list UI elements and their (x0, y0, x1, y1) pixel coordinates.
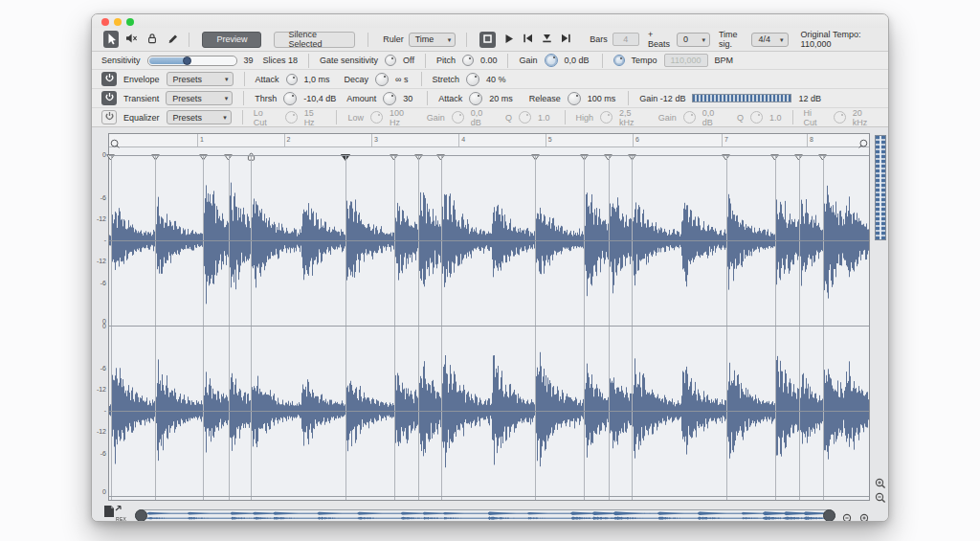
stop-button[interactable] (479, 32, 496, 48)
chevron-down-icon: ▾ (225, 95, 229, 101)
vertical-scrollbar-thumb[interactable] (875, 135, 886, 240)
envelope-row: Envelope Presets ▾ Attack 1,0 ms Decay ∞… (92, 70, 888, 89)
row-separator (427, 91, 428, 105)
mute-tool-button[interactable] (123, 31, 139, 48)
ruler-select[interactable]: Time ▾ (409, 33, 457, 47)
slice-line (726, 155, 727, 500)
amount-knob[interactable] (383, 92, 396, 105)
transient-attack-knob[interactable] (469, 92, 482, 105)
envelope-presets-select[interactable]: Presets ▾ (167, 72, 234, 86)
equalizer-presets-select[interactable]: Presets ▾ (167, 110, 232, 124)
db-scale-label: -6 (93, 194, 106, 201)
row-separator (336, 110, 337, 124)
zoom-out-button[interactable] (842, 511, 854, 522)
gain-label: Gain (519, 56, 537, 65)
marker-drop-icon (542, 34, 552, 45)
play-button[interactable] (504, 34, 514, 46)
sensitivity-slider[interactable] (147, 56, 237, 66)
low-label: Low (347, 113, 364, 123)
chevron-down-icon: ▾ (225, 76, 229, 82)
toolbar-separator (466, 33, 467, 47)
titlebar[interactable] (92, 14, 888, 28)
row-separator (565, 110, 566, 124)
transient-power-button[interactable] (101, 91, 117, 105)
goto-loop-button[interactable] (542, 34, 552, 45)
tempo-knob[interactable] (613, 55, 625, 66)
thrsh-knob[interactable] (283, 92, 297, 105)
gate-sensitivity-knob[interactable] (385, 55, 396, 66)
slice-line (229, 155, 230, 500)
thrsh-label: Thrsh (255, 94, 277, 103)
slice-marker-strip[interactable] (109, 147, 869, 155)
silence-selected-button[interactable]: Silence Selected (274, 32, 355, 48)
tempo-input[interactable]: 110,000 (664, 54, 708, 67)
waveform-display[interactable] (109, 155, 869, 502)
row-separator (242, 110, 243, 124)
envelope-decay-knob[interactable] (375, 73, 389, 86)
skip-to-start-icon (523, 34, 533, 45)
envelope-power-button[interactable] (101, 72, 117, 86)
transient-presets-select[interactable]: Presets ▾ (166, 91, 233, 105)
release-knob[interactable] (568, 92, 581, 105)
hicut-label: Hi Cut (804, 108, 827, 127)
ruler-label: Ruler (383, 34, 404, 44)
db-scale-label: -12 (93, 386, 106, 393)
lock-tool-button[interactable] (145, 31, 160, 48)
pitch-knob[interactable] (462, 55, 474, 66)
db-scale-label: 0 (93, 151, 106, 158)
high-knob[interactable] (600, 111, 612, 124)
low-gain-knob[interactable] (452, 111, 464, 124)
envelope-attack-knob[interactable] (286, 74, 298, 85)
goto-end-button[interactable] (561, 34, 571, 45)
bars-input[interactable]: 4 (612, 33, 639, 46)
ruler-tick (633, 134, 634, 147)
timesig-select[interactable]: 4/4 ▾ (751, 33, 788, 47)
cursor-icon (105, 33, 118, 47)
bottom-bar: REX (92, 503, 889, 522)
slice-line (775, 155, 776, 500)
pencil-tool-button[interactable] (165, 31, 180, 48)
sensitivity-row: Sensitivity 39 Slices 18 Gate sensitivit… (92, 52, 888, 70)
low-knob[interactable] (370, 111, 383, 124)
arrow-tool-button[interactable] (103, 31, 119, 48)
ruler-tick (722, 134, 723, 147)
scrollbar-right-handle[interactable] (823, 509, 835, 522)
sensitivity-slider-thumb[interactable] (183, 56, 191, 65)
rex-file-icon[interactable]: REX (103, 505, 132, 522)
hicut-knob[interactable] (834, 111, 846, 124)
db-scale-label: -6 (93, 450, 106, 457)
equalizer-power-button[interactable] (101, 110, 117, 124)
horizontal-scrollbar[interactable] (135, 509, 835, 522)
goto-start-button[interactable] (523, 34, 533, 45)
zoom-window-icon[interactable] (126, 18, 134, 26)
close-window-icon[interactable] (101, 18, 109, 26)
waveform-editor: 0-6-12--12-600-6-12--12-60 12345678 (92, 127, 888, 522)
beats-select[interactable]: 0 ▾ (677, 33, 710, 47)
low-q-knob[interactable] (519, 111, 531, 124)
toolbar: Preview Silence Selected Ruler Time ▾ Ba… (92, 28, 888, 52)
scrollbar-left-handle[interactable] (135, 509, 147, 522)
timeline-ruler[interactable]: 12345678 (109, 134, 869, 147)
low-q-label: Q (505, 113, 512, 123)
high-q-knob[interactable] (750, 111, 763, 124)
power-icon (104, 111, 115, 124)
chevron-down-icon: ▾ (702, 36, 705, 43)
slice-line (155, 155, 156, 500)
row-separator (244, 72, 245, 86)
gain-knob[interactable] (545, 54, 558, 67)
stretch-knob[interactable] (466, 73, 479, 86)
minimize-window-icon[interactable] (114, 18, 122, 26)
high-value: 2,5 kHz (619, 108, 648, 127)
high-gain-knob[interactable] (683, 111, 696, 124)
db-scale-label: - (93, 407, 106, 414)
hicut-value: 20 kHz (853, 108, 879, 127)
slice-line (345, 155, 346, 500)
skip-to-end-icon (561, 34, 571, 45)
lock-icon (146, 33, 158, 46)
ruler-tick (546, 134, 546, 147)
locut-knob[interactable] (285, 111, 298, 124)
transient-gain-slider[interactable] (692, 94, 791, 102)
envelope-attack-value: 1,0 ms (304, 75, 330, 84)
preview-button[interactable]: Preview (202, 32, 261, 48)
zoom-in-button[interactable] (859, 511, 871, 522)
